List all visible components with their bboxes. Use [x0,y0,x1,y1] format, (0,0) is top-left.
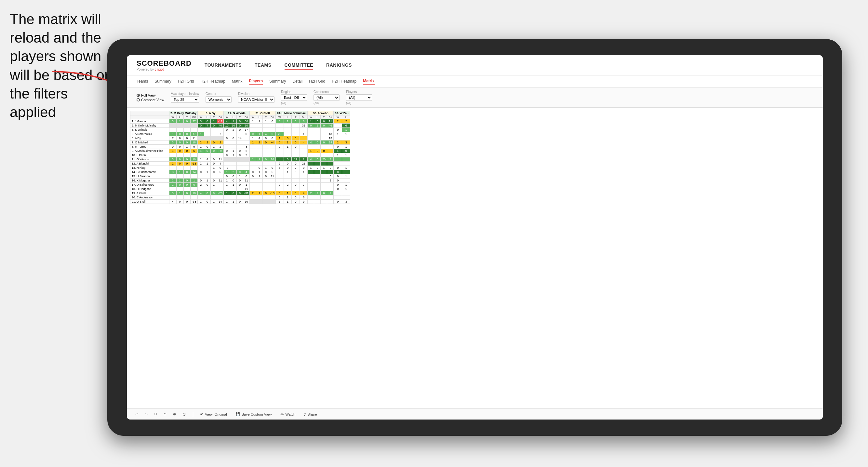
cell: 18 [191,141,198,145]
cell [269,149,276,153]
cell: 1 [250,141,256,145]
cell [308,195,314,200]
division-select[interactable]: NCAA Division II [238,96,275,103]
cell [327,128,334,132]
full-view-radio[interactable]: Full View [136,93,164,97]
matrix-container[interactable]: 2. M Kelly Mulcahy 6. A Dy 11. G Woods 2… [127,107,823,408]
player-name: 7. O Mitchell [130,141,169,145]
zoom-out-button[interactable]: ⊖ [162,411,168,417]
cell: 0 [269,166,276,170]
cell [224,195,230,200]
cell: 6 [300,119,308,124]
max-players-select[interactable]: Top 25 [171,96,199,103]
cell [183,124,191,128]
cell: 1 [204,179,211,183]
cell [269,145,276,149]
cell: 0 [198,124,204,128]
cell: 1 [169,183,177,187]
subnav-players[interactable]: Players [249,78,263,85]
subnav-matrix[interactable]: Matrix [232,79,243,84]
subnav-detail[interactable]: Detail [292,79,303,84]
sub-l-4: L [256,116,263,119]
cell [276,187,284,191]
cell [250,124,256,128]
table-row: 9. A Maria Jimenez Rios 1 0 0 6 1 0 0 -9… [130,149,350,153]
view-original-button[interactable]: 👁 View: Original [198,412,229,417]
cell [183,174,191,179]
cell: 3 [169,141,177,145]
cell [263,200,269,204]
share-button[interactable]: ⤴ Share [302,412,319,417]
cell: 25 [300,162,308,166]
cell [327,187,334,191]
subnav-summary[interactable]: Summary [154,79,171,84]
subnav-h2h-heatmap[interactable]: H2H Heatmap [201,79,225,84]
cell: 0 [183,136,191,141]
undo-button[interactable]: ↩ [133,411,140,417]
cell: 1 [308,119,314,124]
cell: -13 [269,191,276,195]
player-name: 18. H Hodgson [130,187,169,191]
subnav-h2h-grid[interactable]: H2H Grid [178,79,194,84]
cell: -31 [243,191,250,195]
cell: 3 [276,166,284,170]
cell: 3 [327,174,334,179]
cell [191,128,198,132]
subnav-teams[interactable]: Teams [136,79,148,84]
cell: 0 [204,119,211,124]
cell: 0 [211,179,217,183]
subnav-h2h-grid2[interactable]: H2H Grid [309,79,325,84]
cell [204,136,211,141]
cell [211,195,217,200]
refresh-button[interactable]: ↺ [152,411,159,417]
region-select[interactable]: East - DII [281,94,307,101]
cell: 0 [169,145,177,149]
player-name: 6. A Dy [130,136,169,141]
cell: 0 [250,132,256,136]
redo-button[interactable]: ↪ [143,411,150,417]
cell [217,187,224,191]
gender-select[interactable]: Women's [206,96,231,103]
cell: 0 [292,136,300,141]
cell: 0 [176,136,183,141]
watch-button[interactable]: 👁 Watch [278,412,297,417]
table-row: 5. A Nomrowski 1 0 0 -13 1 -1 [130,132,350,136]
nav-tournaments[interactable]: TOURNAMENTS [205,61,242,70]
cell [176,166,183,170]
cell: 0 [334,128,342,132]
cell [321,136,327,141]
cell [314,179,321,183]
subnav-matrix2[interactable]: Matrix [363,78,374,85]
region-label: Region [281,90,307,94]
table-row: 20. E Andersson [130,195,350,200]
sub-dif-1: Dif [191,116,198,119]
nav-teams[interactable]: TEAMS [255,61,272,70]
cell [314,136,321,141]
cell [211,136,217,141]
cell [269,153,276,157]
cell: 0 [321,119,327,124]
cell [256,124,263,128]
player-name: 15. H Stranda [130,174,169,179]
cell [327,145,334,149]
col-header-schumac: 23. L Marie Schumac. [276,111,308,116]
cell [237,187,243,191]
save-custom-button[interactable]: 💾 Save Custom View [234,411,274,417]
cell [263,145,269,149]
conference-select[interactable]: (All) [313,94,340,101]
players-select[interactable]: (All) [346,94,372,101]
cell: 0 [237,200,243,204]
subnav-h2h-heatmap2[interactable]: H2H Heatmap [332,79,356,84]
nav-rankings[interactable]: RANKINGS [326,61,352,70]
timer-button[interactable]: ⏱ [181,412,188,417]
nav-committee[interactable]: COMMITTEE [285,61,313,70]
cell [250,187,256,191]
subnav-summary2[interactable]: Summary [269,79,286,84]
cell [211,128,217,132]
cell [308,145,314,149]
cell: 1 [342,187,350,191]
zoom-in-button[interactable]: ⊕ [171,411,178,417]
cell: 0 [211,141,217,145]
cell [198,136,204,141]
compact-view-radio[interactable]: Compact View [136,98,164,102]
